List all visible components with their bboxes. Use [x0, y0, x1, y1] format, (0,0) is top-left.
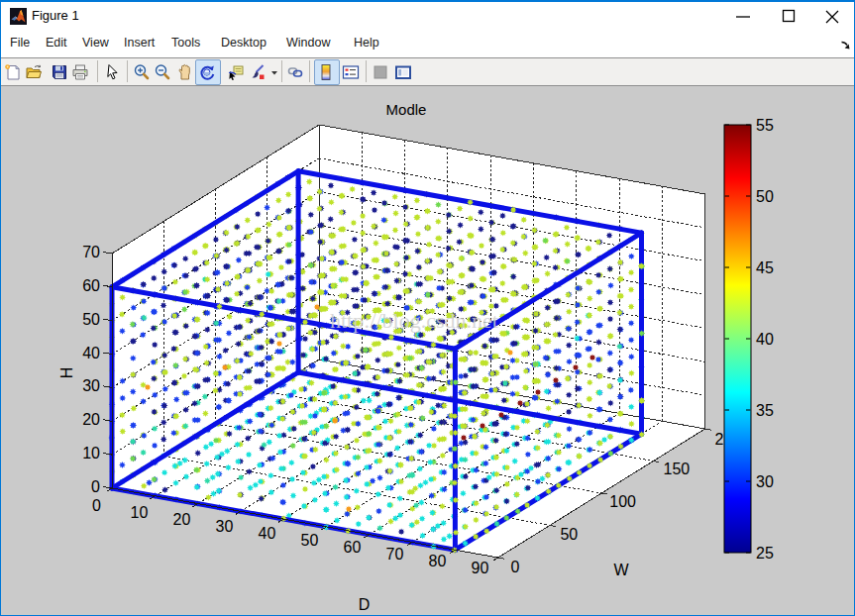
svg-text:55: 55 [756, 117, 774, 134]
svg-text:60: 60 [344, 539, 362, 556]
svg-text:0: 0 [511, 559, 520, 575]
svg-text:30: 30 [216, 518, 234, 535]
svg-text:80: 80 [429, 553, 447, 569]
svg-text:W: W [613, 562, 629, 578]
svg-text:50: 50 [82, 311, 100, 328]
svg-text:40: 40 [82, 345, 100, 361]
svg-text:100: 100 [609, 493, 636, 510]
svg-text:Modle: Modle [386, 101, 427, 118]
svg-text:45: 45 [756, 259, 774, 276]
svg-text:35: 35 [756, 402, 774, 419]
svg-text:0: 0 [91, 478, 100, 495]
svg-text:D: D [359, 596, 371, 613]
svg-text:150: 150 [664, 461, 691, 477]
svg-text:20: 20 [82, 411, 100, 428]
svg-text:20: 20 [173, 511, 191, 528]
svg-text:0: 0 [92, 497, 101, 514]
svg-text:50: 50 [756, 188, 774, 205]
svg-text:10: 10 [82, 445, 100, 462]
svg-text:25: 25 [756, 545, 774, 562]
svg-text:30: 30 [82, 377, 100, 394]
svg-text:50: 50 [560, 526, 578, 543]
svg-text:40: 40 [756, 331, 774, 348]
svg-text:http://blog.csdn.net: http://blog.csdn.net [330, 308, 498, 333]
svg-text:40: 40 [259, 525, 276, 542]
svg-text:H: H [58, 367, 75, 379]
svg-text:70: 70 [386, 546, 404, 563]
svg-text:30: 30 [756, 473, 774, 490]
svg-text:90: 90 [472, 560, 489, 576]
svg-text:50: 50 [301, 532, 319, 549]
svg-text:10: 10 [131, 504, 149, 521]
svg-text:2: 2 [715, 431, 724, 448]
svg-text:70: 70 [82, 244, 100, 260]
svg-text:60: 60 [82, 277, 100, 294]
